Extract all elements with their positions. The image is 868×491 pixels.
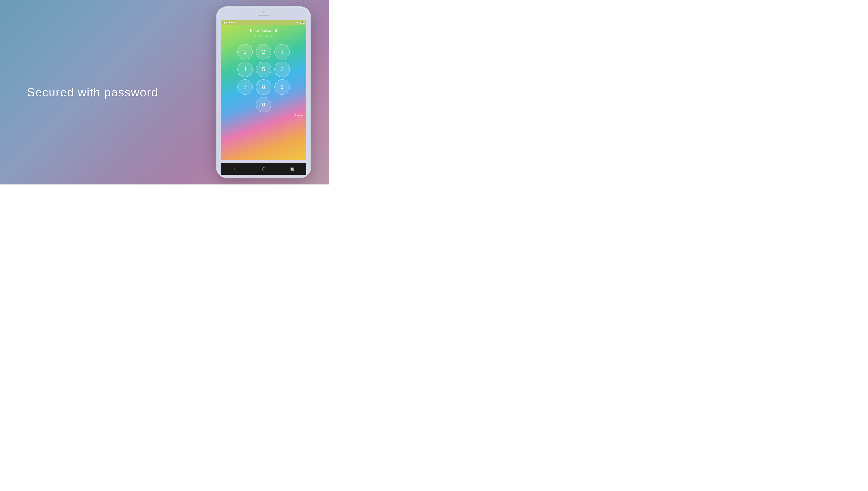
key-4[interactable]: 4 bbox=[237, 62, 253, 77]
numpad-row-1: 1 2 3 bbox=[237, 44, 290, 59]
key-6[interactable]: 6 bbox=[274, 62, 290, 77]
pin-dots-row bbox=[253, 35, 273, 37]
back-nav-icon[interactable]: ← bbox=[233, 167, 237, 171]
battery-icon bbox=[300, 22, 304, 24]
status-right: 81% bbox=[296, 22, 304, 24]
phone-speaker bbox=[258, 15, 269, 16]
phone-camera bbox=[263, 11, 265, 13]
nav-bar: ← ⬡ ▣ bbox=[221, 163, 306, 175]
key-5[interactable]: 5 bbox=[256, 62, 271, 77]
numpad-row-4: 0 bbox=[256, 97, 271, 112]
battery-fill bbox=[301, 22, 303, 23]
numpad: 1 2 3 4 5 6 7 8 9 bbox=[237, 44, 290, 112]
pin-dot-3 bbox=[265, 35, 268, 37]
status-left: ▌▌ No Network bbox=[223, 22, 236, 24]
phone-frame: ▌▌ No Network 81% Enter Password bbox=[216, 6, 311, 178]
key-3[interactable]: 3 bbox=[274, 44, 290, 59]
status-bar: ▌▌ No Network 81% bbox=[221, 20, 306, 25]
key-7[interactable]: 7 bbox=[237, 79, 253, 95]
key-0[interactable]: 0 bbox=[256, 97, 271, 112]
recents-nav-icon[interactable]: ▣ bbox=[290, 166, 294, 171]
pin-dot-4 bbox=[271, 35, 273, 37]
key-8[interactable]: 8 bbox=[256, 79, 271, 95]
pin-dot-1 bbox=[253, 35, 256, 37]
carrier-name: No Network bbox=[226, 22, 236, 24]
key-9[interactable]: 9 bbox=[274, 79, 290, 95]
key-2[interactable]: 2 bbox=[256, 44, 271, 59]
phone-mockup: ▌▌ No Network 81% Enter Password bbox=[216, 6, 311, 178]
enter-password-title: Enter Password bbox=[250, 29, 277, 33]
phone-top-details bbox=[258, 11, 269, 16]
cancel-button[interactable]: Cancel bbox=[295, 114, 304, 117]
key-1[interactable]: 1 bbox=[237, 44, 253, 59]
pin-dot-2 bbox=[260, 35, 262, 37]
home-nav-icon[interactable]: ⬡ bbox=[262, 166, 266, 171]
tagline-text: Secured with password bbox=[27, 85, 216, 99]
battery-percent: 81% bbox=[296, 22, 300, 24]
screen-content: Enter Password 1 2 3 bbox=[221, 25, 306, 160]
phone-screen: ▌▌ No Network 81% Enter Password bbox=[221, 20, 306, 160]
numpad-row-3: 7 8 9 bbox=[237, 79, 290, 95]
signal-icon: ▌▌ bbox=[223, 22, 225, 24]
main-background: Secured with password ▌▌ No Network 81% bbox=[0, 0, 329, 184]
numpad-row-2: 4 5 6 bbox=[237, 62, 290, 77]
